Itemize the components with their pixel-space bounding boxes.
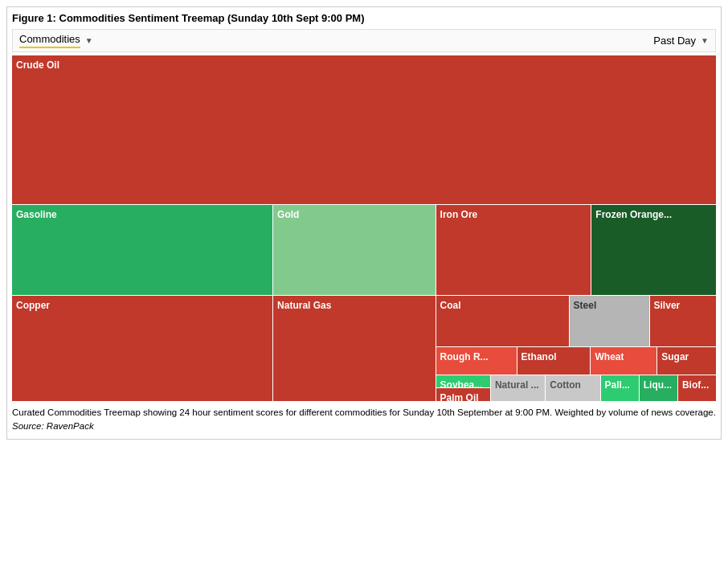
category-label: Commodities [19, 33, 80, 48]
figure-container: Figure 1: Commodities Sentiment Treemap … [6, 6, 722, 440]
cell-sugar[interactable]: Sugar [657, 347, 716, 375]
caption-source: Source: RavenPack [12, 421, 94, 431]
cell-rough-rice-label: Rough R... [440, 351, 489, 362]
cell-coal[interactable]: Coal [436, 296, 569, 346]
right-complex: Coal Steel Silver Rough R... Ethanol [436, 296, 716, 401]
cell-iron-ore-label: Iron Ore [440, 209, 478, 220]
cell-rough-rice[interactable]: Rough R... [436, 347, 517, 375]
cell-copper[interactable]: Copper [12, 296, 272, 401]
cell-steel[interactable]: Steel [570, 296, 649, 346]
time-arrow: ▼ [701, 36, 709, 45]
caption: Curated Commodities Treemap showing 24 h… [12, 406, 716, 434]
caption-main: Curated Commodities Treemap showing 24 h… [12, 407, 716, 417]
treemap-row-1: Crude Oil [12, 55, 716, 204]
cell-natural-gas[interactable]: Natural Gas [273, 296, 435, 401]
treemap: Crude Oil Gasoline Gold Iron Ore Frozen … [12, 55, 716, 401]
cell-palm-oil[interactable]: Palm Oil [436, 388, 490, 401]
category-arrow: ▼ [85, 36, 93, 45]
cell-sugar-label: Sugar [661, 351, 689, 362]
sub-row-bottom: Soybea... Palm Oil Natural ... Cotton Pa… [436, 375, 716, 401]
sub-row-mid: Rough R... Ethanol Wheat Sugar [436, 347, 716, 375]
cell-palladium-label: Pall... [605, 379, 630, 391]
cell-coal-label: Coal [440, 300, 461, 311]
toolbar: Commodities ▼ Past Day ▼ [12, 29, 716, 52]
cell-natural-gas2-label: Natural ... [495, 379, 539, 391]
soybean-palmoil-col: Soybea... Palm Oil [436, 375, 490, 401]
cell-wheat-label: Wheat [595, 351, 624, 362]
cell-crude-oil-label: Crude Oil [16, 59, 59, 71]
treemap-row-2: Gasoline Gold Iron Ore Frozen Orange... [12, 205, 716, 295]
cell-biofuel-label: Biof... [682, 379, 709, 391]
cell-iron-ore[interactable]: Iron Ore [436, 205, 591, 295]
sub-row-top: Coal Steel Silver [436, 296, 716, 346]
cell-steel-label: Steel [574, 300, 597, 311]
cell-silver-label: Silver [654, 300, 681, 311]
time-dropdown[interactable]: Past Day ▼ [653, 35, 709, 47]
cell-liquified-label: Liqu... [644, 379, 672, 391]
cell-biofuel[interactable]: Biof... [678, 375, 716, 401]
treemap-row-3: Copper Natural Gas Coal Steel Silver [12, 296, 716, 401]
cell-palm-oil-label: Palm Oil [440, 392, 479, 401]
cell-gold[interactable]: Gold [273, 205, 435, 295]
cell-natural-gas-label: Natural Gas [277, 300, 331, 311]
cell-gold-label: Gold [277, 209, 299, 220]
cell-silver[interactable]: Silver [650, 296, 716, 346]
cell-frozen-orange-label: Frozen Orange... [595, 209, 672, 220]
cell-gasoline-label: Gasoline [16, 209, 57, 220]
cell-crude-oil[interactable]: Crude Oil [12, 55, 716, 204]
cell-cotton[interactable]: Cotton [546, 375, 599, 401]
cell-soybean[interactable]: Soybea... [436, 375, 490, 388]
cell-cotton-label: Cotton [550, 379, 581, 391]
figure-title: Figure 1: Commodities Sentiment Treemap … [12, 12, 716, 24]
cell-liquified[interactable]: Liqu... [640, 375, 677, 401]
time-label: Past Day [653, 35, 696, 47]
cell-frozen-orange[interactable]: Frozen Orange... [591, 205, 716, 295]
cell-ethanol[interactable]: Ethanol [517, 347, 591, 375]
cell-palladium[interactable]: Pall... [601, 375, 639, 401]
cell-soybean-label: Soybea... [440, 379, 483, 388]
category-dropdown[interactable]: Commodities ▼ [19, 33, 93, 48]
cell-wheat[interactable]: Wheat [591, 347, 656, 375]
cell-ethanol-label: Ethanol [521, 351, 557, 362]
cell-copper-label: Copper [16, 300, 50, 311]
cell-natural-gas2[interactable]: Natural ... [491, 375, 545, 401]
cell-gasoline[interactable]: Gasoline [12, 205, 272, 295]
